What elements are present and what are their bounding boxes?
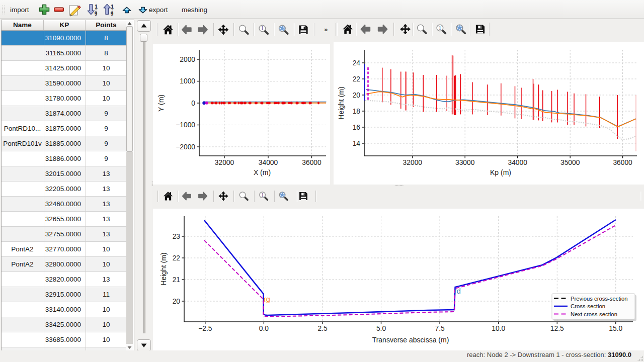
svg-text:5.0: 5.0 <box>376 325 386 332</box>
svg-text:22: 22 <box>353 75 360 83</box>
svg-text:0.0: 0.0 <box>259 325 269 332</box>
svg-text:36000: 36000 <box>613 159 632 166</box>
svg-text:32000: 32000 <box>403 159 423 166</box>
svg-text:12.5: 12.5 <box>550 325 564 332</box>
svg-text:−1000: −1000 <box>176 121 195 129</box>
svg-text:9: 9 <box>111 11 114 17</box>
svg-text:Y (m): Y (m) <box>157 95 165 112</box>
svg-text:33000: 33000 <box>455 159 475 166</box>
svg-text:9: 9 <box>95 11 98 17</box>
svg-text:Previous cross-section: Previous cross-section <box>571 296 628 302</box>
svg-text:−2.5: −2.5 <box>198 325 212 332</box>
svg-text:Height (m): Height (m) <box>337 86 345 119</box>
svg-text:22: 22 <box>173 254 180 262</box>
svg-text:2000: 2000 <box>180 56 195 63</box>
svg-text:18: 18 <box>353 108 361 115</box>
svg-text:1: 1 <box>95 4 98 10</box>
svg-text:Next cross-section: Next cross-section <box>571 311 617 317</box>
svg-text:0: 0 <box>191 100 195 107</box>
svg-text:1: 1 <box>261 25 264 31</box>
svg-text:Transverse abscissa (m): Transverse abscissa (m) <box>372 336 449 344</box>
svg-text:10.0: 10.0 <box>492 325 505 332</box>
svg-text:1: 1 <box>261 192 264 198</box>
svg-text:32000: 32000 <box>215 159 234 166</box>
svg-text:Kp (m): Kp (m) <box>490 168 511 176</box>
svg-text:−2000: −2000 <box>176 143 195 151</box>
svg-text:X (m): X (m) <box>254 168 271 176</box>
svg-text:14: 14 <box>353 140 361 147</box>
svg-text:Cross-section: Cross-section <box>571 303 605 309</box>
svg-text:2.5: 2.5 <box>317 325 328 332</box>
svg-text:rd: rd <box>454 287 461 295</box>
svg-text:1000: 1000 <box>180 77 195 85</box>
svg-text:rg: rg <box>264 295 270 303</box>
svg-text:34000: 34000 <box>259 159 278 166</box>
svg-text:1: 1 <box>111 4 114 10</box>
svg-text:20: 20 <box>173 298 181 305</box>
svg-text:35000: 35000 <box>560 159 580 166</box>
svg-text:1: 1 <box>439 25 442 31</box>
svg-text:7.5: 7.5 <box>435 325 445 332</box>
svg-text:21: 21 <box>173 276 180 284</box>
svg-text:16: 16 <box>353 124 361 131</box>
svg-text:20: 20 <box>353 92 361 99</box>
svg-text:36000: 36000 <box>302 159 321 166</box>
svg-text:23: 23 <box>173 233 181 240</box>
svg-text:Height (m): Height (m) <box>159 252 168 285</box>
svg-text:34000: 34000 <box>508 159 528 166</box>
svg-text:15.0: 15.0 <box>609 325 622 332</box>
svg-text:24: 24 <box>353 59 361 67</box>
